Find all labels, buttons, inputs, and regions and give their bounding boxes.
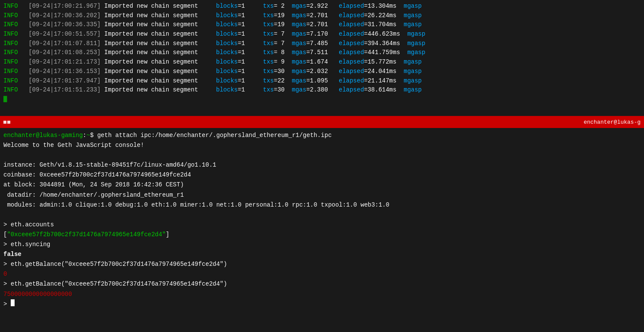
- log-level: INFO: [3, 39, 25, 49]
- prompt-getbalance2: > eth.getBalance("0xceee57f2b700c2f37d14…: [3, 279, 641, 289]
- log-txs-key: txs: [263, 85, 274, 95]
- prompt-getbalance1: > eth.getBalance("0xceee57f2b700c2f37d14…: [3, 259, 641, 269]
- log-timestamp: [09-24|17:00:21.967]: [25, 2, 104, 11]
- log-elapsed-key: elapsed: [339, 20, 364, 30]
- gt-2: >: [3, 240, 11, 250]
- log-mgasp-key: mgasp: [407, 30, 425, 39]
- log-txs-val: =30: [274, 67, 292, 76]
- log-mgas-key: mgas: [292, 30, 307, 39]
- log-timestamp: [09-24|17:01:51.233]: [25, 85, 104, 95]
- syncing-result: false: [3, 250, 641, 259]
- atblock-line: at block: 3044891 (Mon, 24 Sep 2018 16:4…: [3, 180, 641, 190]
- command-1: geth attach ipc:/home/enchanter/.gophers…: [97, 131, 331, 140]
- log-line: INFO [09-24|17:01:51.233] Imported new c…: [3, 85, 641, 95]
- log-blocks-key: blocks: [216, 39, 237, 49]
- log-timestamp: [09-24|17:01:37.947]: [25, 76, 104, 86]
- log-mgasp-key: mgasp: [404, 58, 422, 67]
- log-blocks-val: =1: [238, 58, 263, 67]
- log-elapsed-key: elapsed: [339, 30, 364, 39]
- log-mgas-key: mgas: [292, 2, 307, 11]
- log-blocks-key: blocks: [216, 67, 237, 76]
- cmd-accounts: eth.accounts: [11, 220, 54, 230]
- log-mgasp-key: mgasp: [404, 2, 422, 11]
- log-mgas-val: =7.511: [306, 48, 339, 58]
- log-level: INFO: [3, 58, 25, 67]
- log-txs-key: txs: [263, 48, 274, 58]
- log-blocks-val: =1: [238, 30, 263, 39]
- log-msg: Imported new chain segment: [104, 48, 216, 58]
- title-bar: enchanter@lukas-g: [0, 116, 644, 128]
- gt-4: >: [3, 279, 11, 289]
- terminal-cursor: [11, 299, 15, 306]
- log-elapsed-val: =31.704ms: [364, 20, 404, 30]
- log-timestamp: [09-24|17:01:36.153]: [25, 67, 104, 76]
- blank-2: [3, 210, 641, 220]
- log-timestamp: [09-24|17:01:21.173]: [25, 58, 104, 67]
- log-blocks-val: =1: [238, 39, 263, 49]
- log-elapsed-val: =446.623ms: [364, 30, 407, 39]
- title-bar-left: [3, 121, 10, 124]
- log-mgas-key: mgas: [292, 48, 307, 58]
- log-blocks-val: =1: [238, 76, 263, 86]
- log-msg: Imported new chain segment: [104, 11, 216, 21]
- log-level: INFO: [3, 2, 25, 11]
- balance2-result: 7500000000000000000: [3, 289, 641, 299]
- log-mgas-val: =2.380: [306, 85, 339, 95]
- balance1-result: 0: [3, 269, 641, 279]
- log-txs-val: = 2: [274, 2, 292, 11]
- log-level: INFO: [3, 85, 25, 95]
- log-blocks-key: blocks: [216, 20, 237, 30]
- dollar-1: $: [90, 131, 97, 140]
- log-level: INFO: [3, 11, 25, 21]
- log-mgasp-key: mgasp: [404, 76, 422, 86]
- log-line: INFO [09-24|17:00:36.202] Imported new c…: [3, 11, 641, 21]
- prompt-syncing: > eth.syncing: [3, 240, 641, 250]
- log-line: INFO [09-24|17:00:36.335] Imported new c…: [3, 20, 641, 30]
- log-elapsed-val: =13.304ms: [364, 2, 404, 11]
- icon-sq1: [3, 121, 6, 124]
- log-line: INFO [09-24|17:01:07.811] Imported new c…: [3, 39, 641, 49]
- log-blocks-key: blocks: [216, 85, 237, 95]
- bottom-terminal-panel[interactable]: enchanter@lukas-gaming:~$ geth attach ip…: [0, 128, 644, 332]
- window-icon: [3, 121, 10, 124]
- log-mgas-val: =7.170: [306, 30, 339, 39]
- log-mgas-key: mgas: [292, 76, 307, 86]
- log-txs-key: txs: [263, 20, 274, 30]
- log-elapsed-val: =441.759ms: [364, 48, 407, 58]
- log-msg: Imported new chain segment: [104, 39, 216, 49]
- log-blocks-key: blocks: [216, 2, 237, 11]
- log-line: INFO [09-24|17:01:37.947] Imported new c…: [3, 76, 641, 86]
- log-line: INFO [09-24|17:01:36.153] Imported new c…: [3, 67, 641, 76]
- log-elapsed-val: =21.147ms: [364, 76, 404, 86]
- log-txs-key: txs: [263, 67, 274, 76]
- top-terminal-panel: INFO [09-24|17:00:21.967] Imported new c…: [0, 0, 644, 116]
- log-txs-key: txs: [263, 11, 274, 21]
- log-mgas-key: mgas: [292, 58, 307, 67]
- log-blocks-val: =1: [238, 85, 263, 95]
- log-txs-key: txs: [263, 2, 274, 11]
- log-blocks-key: blocks: [216, 48, 237, 58]
- log-level: INFO: [3, 48, 25, 58]
- blank-1: [3, 150, 641, 160]
- welcome-line: Welcome to the Geth JavaScript console!: [3, 140, 641, 150]
- gt-3: >: [3, 259, 11, 269]
- log-mgasp-key: mgasp: [404, 20, 422, 30]
- log-msg: Imported new chain segment: [104, 30, 216, 39]
- log-mgas-key: mgas: [292, 85, 307, 95]
- log-line: INFO [09-24|17:01:21.173] Imported new c…: [3, 58, 641, 67]
- gt-1: >: [3, 220, 11, 230]
- gt-5: >: [3, 299, 11, 309]
- log-line: INFO [09-24|17:00:51.557] Imported new c…: [3, 30, 641, 39]
- cursor-line: █: [3, 95, 641, 104]
- log-timestamp: [09-24|17:00:36.335]: [25, 20, 104, 30]
- prompt-accounts: > eth.accounts: [3, 220, 641, 230]
- log-mgas-key: mgas: [292, 67, 307, 76]
- log-mgasp-key: mgasp: [404, 85, 422, 95]
- log-txs-val: = 7: [274, 39, 292, 49]
- log-level: INFO: [3, 76, 25, 86]
- final-prompt: >: [3, 299, 641, 309]
- log-elapsed-key: elapsed: [339, 2, 364, 11]
- cmd-getbalance1: eth.getBalance("0xceee57f2b700c2f37d1476…: [11, 259, 227, 269]
- log-txs-val: = 8: [274, 48, 292, 58]
- log-elapsed-val: =38.614ms: [364, 85, 404, 95]
